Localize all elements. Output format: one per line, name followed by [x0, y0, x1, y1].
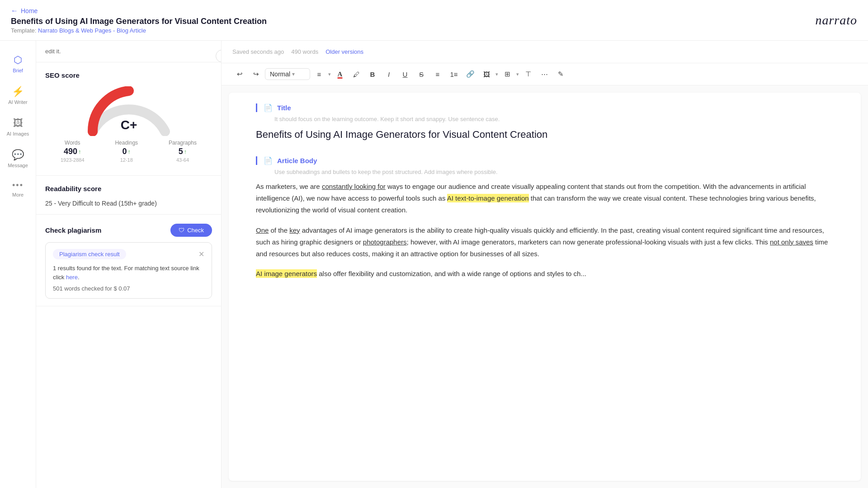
editor-content[interactable]: 📄 Title It should focus on the learning …: [229, 93, 861, 481]
strikethrough-button[interactable]: S: [414, 67, 429, 81]
underline-button[interactable]: U: [398, 67, 412, 81]
editor-top-bar: Saved seconds ago 490 words Older versio…: [222, 41, 868, 63]
side-panel: edit it. ‹ SEO score C+ Words: [36, 41, 222, 488]
article-body-icon: 📄: [264, 156, 273, 165]
style-dropdown-chevron-icon: ▾: [292, 71, 295, 77]
check-plagiarism-button[interactable]: 🛡 Check: [170, 224, 212, 237]
plagiarism-period: .: [78, 274, 80, 281]
table-chevron-icon[interactable]: ▾: [516, 71, 519, 77]
sidebar-message-label: Message: [8, 163, 28, 168]
title-section-icon: 📄: [264, 103, 273, 112]
body-paragraph-2: One of the key advantages of AI image ge…: [256, 225, 834, 260]
main-layout: ⬡ Brief ⚡ AI Writer 🖼 AI Images 💬 Messag…: [0, 41, 868, 488]
template-link[interactable]: Narrato Blogs & Web Pages - Blog Article: [38, 27, 146, 34]
underline-span-one: One: [256, 226, 269, 234]
seo-score-section: SEO score C+ Words 490 ↑: [36, 62, 221, 176]
stat-paragraphs-label: Paragraphs: [169, 140, 197, 146]
bullet-list-button[interactable]: ≡: [430, 67, 445, 81]
image-chevron-icon[interactable]: ▾: [495, 71, 498, 77]
editor-area: Saved seconds ago 490 words Older versio…: [222, 41, 868, 488]
numbered-list-button[interactable]: 1≡: [447, 67, 461, 81]
title-hint: It should focus on the learning outcome.…: [268, 116, 834, 122]
sidebar-ai-writer-label: AI Writer: [8, 99, 28, 105]
message-icon: 💬: [12, 149, 24, 161]
stat-words: Words 490 ↑ 1923-2884: [61, 140, 85, 163]
brief-icon: ⬡: [14, 54, 22, 66]
template-prefix: Template:: [11, 27, 36, 34]
svg-text:C+: C+: [120, 118, 137, 132]
undo-button[interactable]: ↩: [232, 67, 247, 81]
plagiarism-section: Check plagiarism 🛡 Check Plagiarism chec…: [36, 215, 221, 306]
plagiarism-result-text: 1 results found for the text. For matchi…: [53, 264, 204, 282]
header-left: ← Home Benefits of Using AI Image Genera…: [11, 7, 267, 34]
highlight-span-1: AI text-to-image generation: [447, 194, 529, 202]
check-button-label: Check: [187, 227, 204, 234]
article-body-text[interactable]: As marketers, we are constantly looking …: [256, 181, 834, 280]
sidebar-item-ai-writer[interactable]: ⚡ AI Writer: [2, 81, 34, 109]
stat-headings-range: 12-18: [120, 157, 133, 163]
plagiarism-checked-text: 501 words checked for $ 0.07: [53, 285, 204, 292]
readability-title: Readability score: [45, 185, 212, 192]
highlight-button[interactable]: 🖊: [349, 67, 363, 81]
body-paragraph-1: As marketers, we are constantly looking …: [256, 181, 834, 216]
document-template: Template: Narrato Blogs & Web Pages - Bl…: [11, 27, 267, 34]
style-dropdown-value: Normal: [270, 70, 290, 78]
text-color-button[interactable]: A: [333, 67, 347, 81]
ai-images-icon: 🖼: [13, 117, 23, 129]
words-up-arrow-icon: ↑: [78, 148, 81, 155]
paragraphs-up-arrow-icon: ↑: [184, 148, 187, 155]
stat-headings-value: 0 ↑: [123, 147, 131, 156]
close-plagiarism-button[interactable]: ✕: [198, 250, 204, 258]
document-main-title[interactable]: Benefits of Using AI Image Generators fo…: [256, 128, 834, 142]
underline-span-key: key: [289, 226, 300, 234]
align-button[interactable]: ≡: [312, 67, 326, 81]
back-home-label: Home: [21, 7, 38, 14]
sidebar-brief-label: Brief: [13, 68, 23, 73]
seo-section-title: SEO score: [45, 71, 212, 79]
align-chevron-icon[interactable]: ▾: [328, 71, 331, 77]
stat-paragraphs: Paragraphs 5 ↑ 43-64: [169, 140, 197, 163]
underline-span-photographers: photographers: [363, 238, 407, 246]
sidebar-item-brief[interactable]: ⬡ Brief: [2, 50, 34, 78]
plagiarism-badge: Plagiarism check result: [53, 249, 126, 259]
redo-button[interactable]: ↪: [249, 67, 263, 81]
highlight-span-2: AI image generators: [256, 269, 317, 278]
stat-words-value: 490 ↑: [64, 147, 81, 156]
article-body-label: Article Body: [277, 157, 317, 164]
sidebar-item-more[interactable]: ••• More: [2, 176, 34, 202]
editor-status: Saved seconds ago 490 words Older versio…: [232, 48, 363, 55]
word-count: 490 words: [291, 48, 318, 55]
seo-stats-row: Words 490 ↑ 1923-2884 Headings 0 ↑: [45, 140, 212, 163]
back-home-link[interactable]: ← Home: [11, 7, 267, 15]
plagiarism-result-header: Plagiarism check result ✕: [53, 249, 204, 259]
more-toolbar-button[interactable]: ⋯: [537, 67, 552, 81]
underline-span-1: constantly looking for: [322, 183, 386, 190]
sidebar-ai-images-label: AI Images: [7, 131, 29, 136]
table-button[interactable]: ⊞: [500, 67, 514, 81]
body-paragraph-3: AI image generators also offer flexibili…: [256, 268, 834, 280]
link-button[interactable]: 🔗: [463, 67, 477, 81]
sidebar-item-message[interactable]: 💬 Message: [2, 145, 34, 173]
image-button[interactable]: 🖼: [479, 67, 494, 81]
edit-button[interactable]: ✎: [553, 67, 568, 81]
icon-sidebar: ⬡ Brief ⚡ AI Writer 🖼 AI Images 💬 Messag…: [0, 41, 36, 488]
stat-paragraphs-range: 43-64: [176, 157, 189, 163]
side-panel-note-text: edit it.: [45, 48, 61, 55]
italic-button[interactable]: I: [382, 67, 396, 81]
stat-words-label: Words: [65, 140, 80, 146]
clear-format-button[interactable]: ⊤: [521, 67, 535, 81]
older-versions-link[interactable]: Older versions: [326, 48, 363, 55]
headings-up-arrow-icon: ↑: [128, 148, 131, 155]
title-section: 📄 Title It should focus on the learning …: [256, 103, 834, 142]
style-dropdown[interactable]: Normal ▾: [265, 68, 310, 80]
sidebar-item-ai-images[interactable]: 🖼 AI Images: [2, 113, 34, 141]
ai-writer-icon: ⚡: [12, 86, 24, 98]
plagiarism-source-link[interactable]: here: [66, 274, 78, 281]
title-section-header: 📄 Title: [256, 103, 834, 112]
article-body-hint: Use subheadings and bullets to keep the …: [268, 169, 834, 175]
readability-section: Readability score 25 - Very Difficult to…: [36, 176, 221, 215]
plagiarism-result-box: Plagiarism check result ✕ 1 results foun…: [45, 242, 212, 299]
editor-toolbar: ↩ ↪ Normal ▾ ≡ ▾ A 🖊 B I U S ≡ 1≡ 🔗 🖼 ▾ …: [222, 63, 868, 85]
bold-button[interactable]: B: [365, 67, 380, 81]
stat-paragraphs-value: 5 ↑: [179, 147, 187, 156]
